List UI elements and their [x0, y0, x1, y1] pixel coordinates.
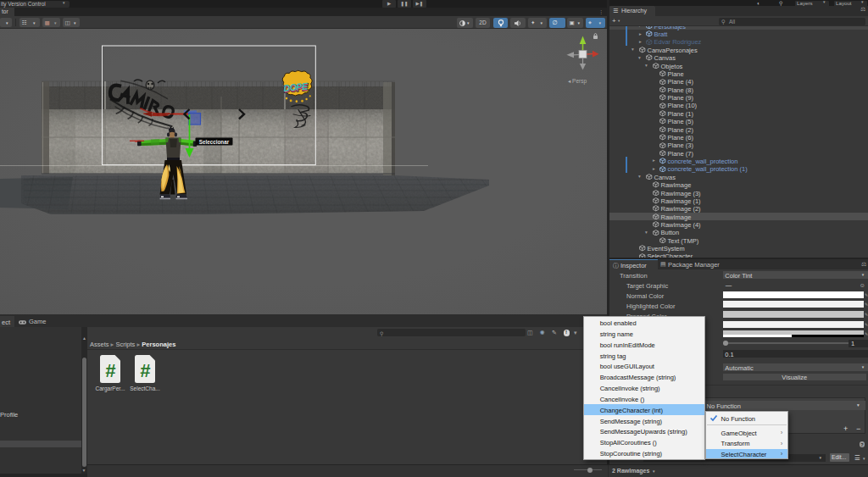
svg-text:◂ Persp: ◂ Persp: [568, 78, 587, 85]
svg-text:#: #: [140, 360, 151, 381]
svg-text:Seleccionar: Seleccionar: [199, 139, 230, 145]
svg-text:#: #: [105, 360, 116, 381]
